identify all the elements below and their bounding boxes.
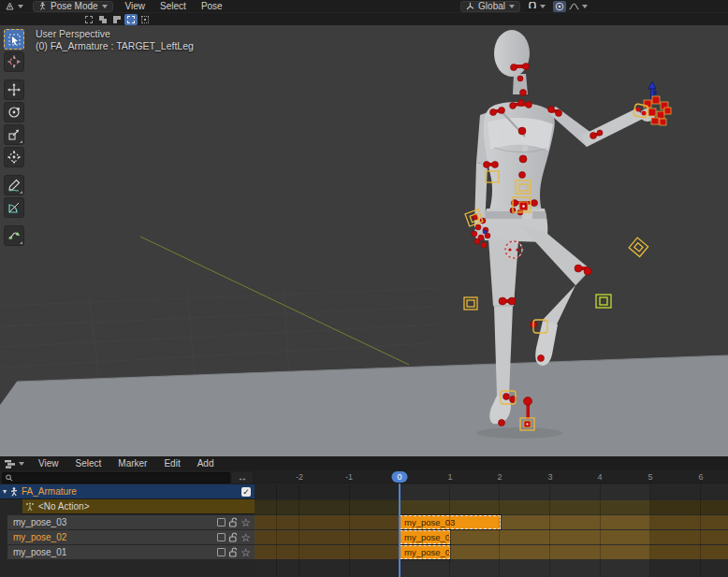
orientation-label: Global (478, 1, 505, 11)
timeline-band-track1: my_pose_01 (255, 545, 728, 559)
ruler-tick: 1 (447, 472, 452, 482)
mode-dropdown[interactable]: Pose Mode (33, 1, 113, 12)
nla-menu-edit[interactable]: Edit (161, 458, 182, 469)
nla-editor: View Select Marker Edit Add ↔ ▾ (0, 456, 728, 577)
proportional-editing-icon[interactable] (553, 1, 566, 12)
select-extend-icon[interactable] (96, 14, 109, 25)
timeline-band-action (255, 500, 728, 514)
track-row-my-pose-02[interactable]: my_pose_02 ☆ (7, 530, 255, 544)
chevron-down-icon (582, 5, 588, 8)
nla-strip-my-pose-03[interactable]: my_pose_03 (400, 515, 501, 529)
track-row-my-pose-03[interactable]: my_pose_03 ☆ (7, 515, 255, 529)
track-label: my_pose_03 (13, 517, 217, 527)
ruler-tick: -2 (296, 472, 303, 482)
nla-body: ↔ ▾ FA_Armature ✓ <No Action> (0, 470, 728, 577)
ruler-tick: 3 (547, 472, 552, 482)
track-row-my-pose-01[interactable]: my_pose_01 ☆ (7, 545, 255, 559)
nla-menu-select[interactable]: Select (73, 458, 105, 469)
tool-rotate[interactable] (4, 102, 24, 123)
editor-type-3d-viewport-icon (5, 2, 15, 11)
unlock-icon[interactable] (228, 517, 238, 527)
expand-channels-button[interactable]: ↔ (232, 472, 253, 483)
mute-checkbox[interactable] (217, 518, 226, 527)
editor-type-button[interactable] (5, 2, 23, 11)
tool-cursor[interactable] (4, 51, 24, 72)
solo-star-icon[interactable]: ☆ (240, 548, 251, 557)
select-invert-icon[interactable] (124, 14, 138, 25)
tool-select-box[interactable] (4, 29, 24, 50)
solo-star-icon[interactable]: ☆ (240, 533, 251, 542)
chevron-down-icon (19, 462, 24, 466)
snap-dropdown[interactable] (528, 2, 546, 11)
chevron-down-icon (102, 5, 108, 8)
viewport-header-right: Global (460, 1, 588, 12)
timeline-tracks[interactable]: my_pose_03 my_pose_02 my_pose_01 (255, 484, 728, 577)
timeline-band-track2: my_pose_02 (255, 530, 728, 544)
chevron-down-icon (540, 5, 546, 8)
tool-annotate[interactable] (4, 175, 24, 195)
tool-pose-breakdowner[interactable] (4, 225, 24, 246)
search-input[interactable] (16, 473, 229, 483)
chevron-down-icon (509, 5, 515, 8)
ruler-tick: 2 (497, 472, 502, 482)
3d-scene[interactable] (0, 25, 728, 456)
select-intersect-icon[interactable] (138, 14, 152, 25)
mode-dropdown-label: Pose Mode (51, 1, 98, 11)
playhead-frame-badge[interactable]: 0 (391, 471, 407, 483)
figure-shadow (476, 427, 562, 439)
floor-plane (0, 355, 728, 456)
menu-select[interactable]: Select (157, 1, 189, 11)
nla-strip-my-pose-02[interactable]: my_pose_02 (400, 530, 450, 544)
nla-editor-type-button[interactable] (5, 459, 24, 469)
falloff-icon (569, 3, 579, 10)
action-icon (25, 502, 35, 512)
solo-star-icon[interactable]: ☆ (240, 518, 251, 527)
pose-mode-icon (38, 2, 47, 10)
nla-menu-add[interactable]: Add (195, 458, 217, 469)
active-object-name: (0) FA_Armature : TARGET_LeftLeg (36, 40, 194, 52)
ruler-tick: 4 (597, 472, 602, 482)
unlock-icon[interactable] (228, 532, 238, 542)
timeline-area[interactable]: -2 -1 1 2 3 4 5 6 0 my_pose_03 (255, 470, 728, 577)
view-name: User Perspective (36, 28, 194, 40)
tool-transform[interactable] (4, 147, 24, 167)
channel-enable-checkbox[interactable]: ✓ (241, 487, 251, 497)
proportional-editing-group[interactable] (553, 1, 588, 12)
viewport-overlay-text: User Perspective (0) FA_Armature : TARGE… (36, 28, 194, 52)
channel-row-object[interactable]: ▾ FA_Armature ✓ (0, 484, 255, 499)
channel-panel: ↔ ▾ FA_Armature ✓ <No Action> (0, 470, 255, 577)
nla-menu-marker[interactable]: Marker (115, 458, 150, 469)
tool-settings-bar (0, 12, 728, 25)
mute-checkbox[interactable] (217, 548, 226, 556)
nla-strip-my-pose-01[interactable]: my_pose_01 (400, 545, 450, 559)
mute-checkbox[interactable] (217, 533, 226, 541)
playhead-line[interactable] (399, 483, 400, 577)
action-channel-label: <No Action> (38, 501, 89, 512)
timeline-ruler[interactable]: -2 -1 1 2 3 4 5 6 0 (255, 470, 728, 483)
nla-header: View Select Marker Edit Add (0, 456, 728, 470)
timeline-band-object (255, 484, 728, 499)
disclosure-triangle-icon[interactable]: ▾ (3, 488, 7, 496)
viewport-toolbar (4, 29, 24, 246)
menu-pose[interactable]: Pose (198, 1, 226, 11)
search-icon (6, 474, 13, 482)
editor-type-nla-icon (5, 459, 16, 469)
unlock-icon[interactable] (228, 547, 238, 557)
select-new-icon[interactable] (82, 14, 95, 25)
armature-icon (9, 487, 19, 497)
menu-view[interactable]: View (123, 1, 149, 11)
track-label: my_pose_01 (13, 547, 217, 557)
transform-orientation-icon (466, 2, 474, 10)
channel-row-action[interactable]: <No Action> (22, 499, 255, 514)
channel-search-field[interactable] (2, 472, 230, 483)
snap-magnet-icon (528, 2, 537, 11)
tool-scale[interactable] (4, 124, 24, 145)
select-subtract-icon[interactable] (110, 14, 124, 25)
nla-menu-view[interactable]: View (36, 458, 62, 469)
ruler-tick: 5 (648, 472, 652, 482)
track-label: my_pose_02 (13, 532, 217, 542)
tool-measure[interactable] (4, 197, 24, 218)
orientation-dropdown[interactable]: Global (460, 1, 520, 12)
3d-viewport[interactable]: User Perspective (0) FA_Armature : TARGE… (0, 25, 728, 456)
tool-move[interactable] (4, 79, 24, 100)
